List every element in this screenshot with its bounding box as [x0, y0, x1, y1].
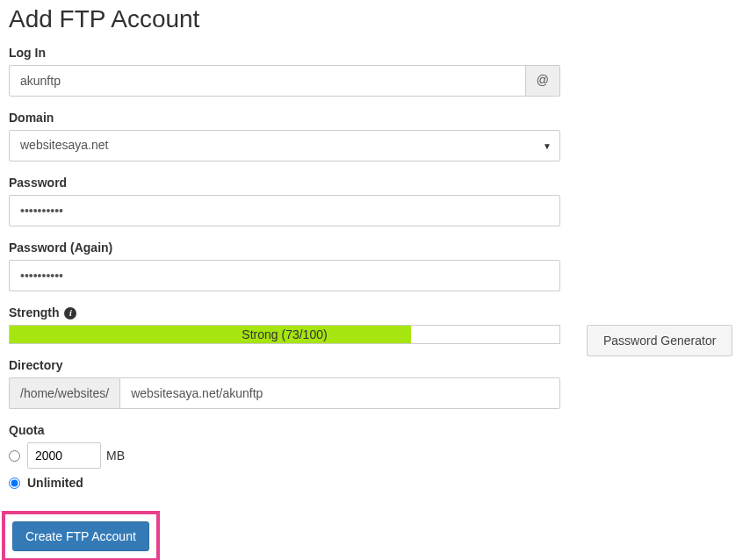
form-column: Log In @ Domain websitesaya.net ▼ Passwo… [9, 46, 560, 560]
quota-limited-radio[interactable] [9, 450, 20, 462]
password-again-group: Password (Again) [9, 241, 560, 291]
login-group: Log In @ [9, 46, 560, 97]
quota-limited-row: MB [9, 442, 560, 469]
login-input[interactable] [9, 65, 526, 97]
strength-label: Strength i [9, 305, 560, 319]
strength-meter: Strong (73/100) [9, 325, 560, 344]
strength-text: Strong (73/100) [10, 326, 559, 343]
page-title: Add FTP Account [9, 5, 741, 33]
quota-unlimited-row: Unlimited [9, 476, 560, 490]
info-icon: i [64, 307, 76, 319]
password-label: Password [9, 176, 560, 190]
quota-value-input[interactable] [27, 442, 101, 469]
password-group: Password [9, 176, 560, 226]
directory-prefix: /home/websites/ [9, 377, 119, 409]
quota-label: Quota [9, 423, 560, 437]
domain-group: Domain websitesaya.net ▼ [9, 111, 560, 162]
side-column: Password Generator [587, 46, 732, 356]
quota-unit: MB [106, 449, 125, 463]
directory-input[interactable] [119, 377, 560, 409]
create-ftp-account-button[interactable]: Create FTP Account [12, 521, 149, 551]
domain-label: Domain [9, 111, 560, 125]
login-label: Log In [9, 46, 560, 60]
strength-group: Strength i Strong (73/100) [9, 305, 560, 344]
quota-unlimited-radio[interactable] [9, 477, 20, 489]
password-input[interactable] [9, 195, 560, 226]
quota-unlimited-label: Unlimited [27, 476, 83, 490]
password-again-label: Password (Again) [9, 241, 560, 255]
directory-group: Directory /home/websites/ [9, 358, 560, 409]
at-addon: @ [526, 65, 560, 97]
quota-group: Quota MB Unlimited [9, 423, 560, 490]
domain-select[interactable]: websitesaya.net [9, 130, 560, 162]
submit-highlight: Create FTP Account [2, 511, 160, 560]
directory-label: Directory [9, 358, 560, 372]
password-generator-button[interactable]: Password Generator [587, 325, 732, 356]
password-again-input[interactable] [9, 260, 560, 291]
